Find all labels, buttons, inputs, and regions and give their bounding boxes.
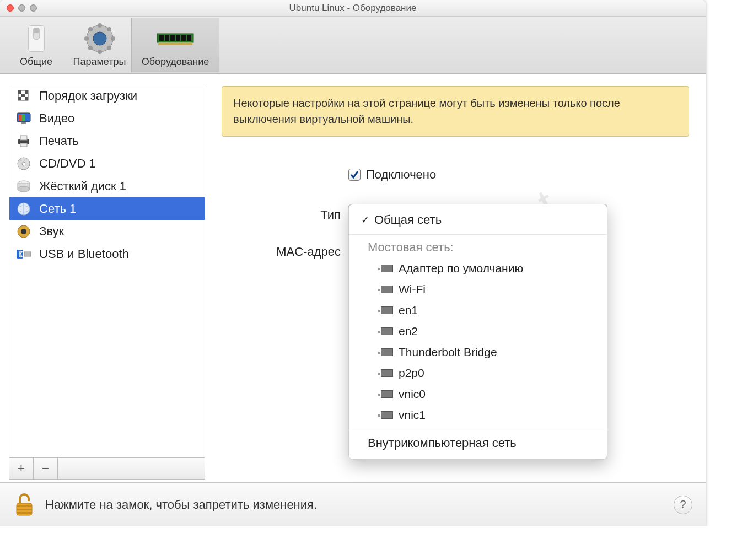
hardware-list: Порядок загрузки Видео Печать [9,84,205,457]
sidebar-item-usb[interactable]: USB и Bluetooth [9,243,205,265]
svg-point-8 [111,36,115,41]
svg-point-5 [98,23,102,28]
dropdown-item-bridge-thunderbolt[interactable]: Thunderbolt Bridge [349,342,607,363]
dropdown-item-label: en2 [399,325,418,338]
flag-icon [16,88,31,104]
svg-rect-33 [20,136,27,140]
monitor-icon [16,111,31,126]
svg-rect-47 [17,509,32,510]
nic-icon [381,327,393,335]
svg-rect-25 [18,97,21,100]
svg-point-11 [88,46,93,50]
svg-rect-23 [21,94,25,97]
lock-icon[interactable] [13,492,35,518]
help-button[interactable]: ? [674,496,692,514]
settings-window: Ubuntu Linux - Оборудование Общие [0,0,706,526]
tab-options-label: Параметры [68,54,131,72]
svg-point-36 [22,162,25,165]
tab-options[interactable]: Параметры [68,18,131,72]
hardware-sidebar: Порядок загрузки Видео Печать [9,84,205,480]
dropdown-item-label: Thunderbolt Bridge [399,346,497,359]
sidebar-item-sound[interactable]: Звук [9,220,205,243]
dropdown-item-bridge-vnic1[interactable]: vnic1 [349,405,607,426]
svg-rect-46 [17,505,32,507]
mac-label: MAC-адрес [222,245,348,259]
svg-rect-15 [165,35,169,41]
window-title: Ubuntu Linux - Оборудование [0,3,706,14]
sidebar-item-label: Сеть 1 [39,202,76,216]
svg-rect-26 [25,97,28,100]
sidebar-item-label: Печать [39,134,79,148]
svg-point-10 [107,27,111,31]
svg-rect-2 [34,28,39,33]
sidebar-item-label: Видео [39,111,74,126]
globe-icon [16,201,31,217]
remove-device-button[interactable]: − [34,458,58,479]
svg-rect-14 [159,35,164,41]
tab-general[interactable]: Общие [4,18,68,72]
dropdown-item-bridge-en1[interactable]: en1 [349,300,607,321]
nic-icon [381,348,393,356]
svg-point-12 [107,46,111,50]
dropdown-item-bridge-vnic0[interactable]: vnic0 [349,384,607,405]
svg-point-9 [88,27,93,31]
svg-rect-24 [25,90,28,94]
svg-rect-44 [24,252,31,256]
gear-icon [68,23,131,54]
connected-checkbox[interactable] [348,169,361,181]
hdd-icon [16,179,31,194]
sidebar-item-print[interactable]: Печать [9,130,205,152]
usb-bluetooth-icon [16,246,31,262]
dropdown-item-shared[interactable]: ✓ Общая сеть [349,209,607,231]
dropdown-item-label: vnic0 [399,387,426,401]
nic-icon [381,369,393,377]
dropdown-item-bridge-p2p0[interactable]: p2p0 [349,363,607,384]
svg-point-7 [84,36,89,41]
dropdown-item-bridge-en2[interactable]: en2 [349,321,607,342]
svg-rect-22 [18,90,21,94]
network-type-select[interactable]: ✓ Общая сеть Мостовая сеть: Адаптер по у… [348,204,607,226]
svg-point-6 [98,50,102,54]
titlebar: Ubuntu Linux - Оборудование [0,0,706,17]
switch-icon [5,23,67,54]
dropdown-item-bridge-wifi[interactable]: Wi-Fi [349,279,607,300]
sidebar-item-bootorder[interactable]: Порядок загрузки [9,84,205,107]
add-device-button[interactable]: + [9,458,34,479]
sidebar-item-label: USB и Bluetooth [39,247,129,261]
checkmark-icon: ✓ [361,214,374,226]
nic-icon [381,411,393,419]
content: Порядок загрузки Видео Печать [0,74,706,482]
dropdown-item-bridge-default[interactable]: Адаптер по умолчанию [349,258,607,279]
dropdown-item-label: Адаптер по умолчанию [399,262,523,275]
svg-rect-18 [181,35,186,41]
sidebar-item-cddvd[interactable]: CD/DVD 1 [9,152,205,175]
disc-icon [16,156,31,171]
sidebar-item-label: Порядок загрузки [39,89,137,103]
tab-hardware[interactable]: Оборудование [131,18,219,72]
svg-rect-30 [25,114,29,121]
lock-message: Нажмите на замок, чтобы запретить измене… [45,498,664,512]
dropdown-section-bridge: Мостовая сеть: [349,234,607,258]
sidebar-item-label: Звук [39,224,64,239]
nic-icon [381,390,393,398]
dropdown-item-hostonly[interactable]: Внутрикомпьютерная сеть [349,430,607,454]
warning-banner: Некоторые настройки на этой странице мог… [222,86,689,137]
svg-rect-28 [18,114,21,121]
main-panel: codeby.net Некоторые настройки на этой с… [205,74,706,482]
svg-rect-19 [187,35,191,41]
sidebar-item-label: Жёсткий диск 1 [39,179,126,193]
svg-rect-16 [170,35,175,41]
footer: Нажмите на замок, чтобы запретить измене… [0,482,706,526]
sidebar-item-video[interactable]: Видео [9,107,205,130]
svg-rect-31 [21,122,26,124]
tab-general-label: Общие [5,54,67,72]
sidebar-item-hdd[interactable]: Жёсткий диск 1 [9,175,205,197]
dropdown-item-label: Внутрикомпьютерная сеть [368,436,517,450]
nic-icon [381,265,393,272]
svg-rect-48 [17,512,32,514]
sidebar-item-network[interactable]: Сеть 1 [9,197,205,220]
svg-rect-29 [21,114,25,121]
printer-icon [16,133,31,149]
dropdown-item-label: p2p0 [399,367,424,380]
nic-icon [381,286,393,293]
